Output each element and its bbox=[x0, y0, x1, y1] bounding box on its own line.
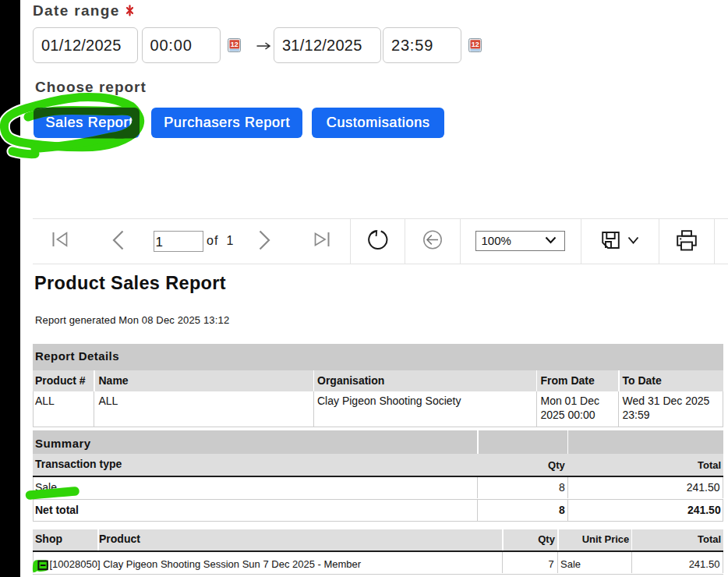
svg-text:12: 12 bbox=[231, 41, 239, 48]
svg-text:12: 12 bbox=[472, 41, 479, 48]
